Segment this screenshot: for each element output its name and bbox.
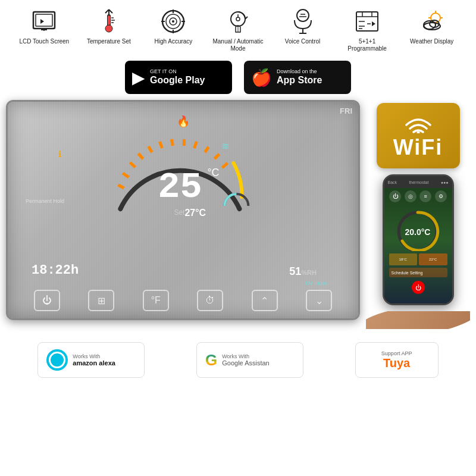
thermostat-device: Permanent Hold FRI 🔥 ℹ <box>6 100 360 320</box>
feature-weather-label: Weather Display <box>410 38 453 45</box>
svg-line-47 <box>118 185 124 188</box>
programmable-icon <box>353 7 381 36</box>
feature-programmable: 5+1+1 Programmable <box>340 7 394 52</box>
svg-text:20.0°C: 20.0°C <box>405 227 431 237</box>
google-play-name: Google Play <box>150 74 205 86</box>
down-button[interactable]: ⌄ <box>306 290 332 311</box>
phone-title: thermostat <box>409 180 428 184</box>
feature-high-accuracy: High Accuracy <box>146 7 200 45</box>
phone-icons-row: ⏻ ◎ ≡ ⚙ <box>384 188 452 205</box>
alexa-ring <box>49 352 65 368</box>
svg-point-64 <box>416 131 419 134</box>
app-store-row: ▶ GET IT ON Google Play 🍎 Download on th… <box>0 57 476 100</box>
svg-line-57 <box>214 154 219 159</box>
humidity-value: 51 <box>289 265 301 277</box>
fahrenheit-button[interactable]: °F <box>143 290 169 311</box>
alexa-text: Works With amazon alexa <box>73 353 115 367</box>
app-store-name: App Store <box>277 74 322 86</box>
wifi-label: WiFi <box>393 137 443 158</box>
google-play-text: GET IT ON Google Play <box>150 69 205 86</box>
feature-accuracy-label: High Accuracy <box>154 38 192 45</box>
svg-line-50 <box>138 154 143 159</box>
thermostat-buttons: ⏻ ⊞ °F ⏱ ⌃ ⌄ <box>20 290 346 311</box>
svg-rect-1 <box>36 14 52 26</box>
app-store-download-on: Download on the <box>277 69 322 74</box>
humidity-display: 51%RH <box>289 265 317 278</box>
uv-index-label: UV index <box>305 280 327 286</box>
phone-power-button[interactable]: ⏻ <box>384 281 452 294</box>
power-button[interactable]: ⏻ <box>34 290 60 311</box>
info-icon: ℹ <box>58 149 61 159</box>
alexa-badge: Works With amazon alexa <box>37 342 145 378</box>
google-text: Works With Google Assistan <box>222 353 270 367</box>
manual-auto-icon <box>224 7 252 36</box>
svg-point-16 <box>172 20 174 23</box>
feature-lcd-label: LCD Touch Screen <box>19 38 69 45</box>
phone-icon-4: ⚙ <box>435 190 447 202</box>
feature-temp-label: Temperature Set <box>87 38 131 45</box>
feature-manual-label: Manual / Automatic Mode <box>211 38 265 52</box>
tuya-support-app: Support APP <box>381 350 412 356</box>
temperature-set-icon <box>95 7 123 36</box>
svg-text:°C: °C <box>207 167 219 178</box>
svg-text:≋: ≋ <box>221 141 229 151</box>
schedule-button[interactable]: ⊞ <box>88 290 114 311</box>
phone-top-bar: Back thermostat ●●● <box>384 176 452 188</box>
feature-prog-label: 5+1+1 Programmable <box>340 38 394 52</box>
weather-display-icon <box>418 7 446 36</box>
google-works-with: Works With <box>222 353 270 359</box>
google-play-badge[interactable]: ▶ GET IT ON Google Play <box>125 61 232 94</box>
feature-voice-control: Voice Control <box>276 7 330 45</box>
phone-mockup: Back thermostat ●●● ⏻ ◎ ≡ ⚙ 20.0°C <box>383 174 454 305</box>
app-store-badge[interactable]: 🍎 Download on the App Store <box>244 61 351 94</box>
phone-icon-2: ◎ <box>405 190 416 202</box>
feature-temperature-set: Temperature Set <box>82 7 136 45</box>
svg-line-48 <box>123 173 129 177</box>
svg-line-56 <box>205 147 208 152</box>
feature-voice-label: Voice Control <box>285 38 320 45</box>
main-area: Permanent Hold FRI 🔥 ℹ <box>0 100 476 332</box>
phone-icon-1: ⏻ <box>389 190 401 202</box>
hand-area <box>366 311 470 329</box>
high-accuracy-icon <box>159 7 187 36</box>
timer-button[interactable]: ⏱ <box>197 290 223 311</box>
feature-weather-display: Weather Display <box>405 7 459 45</box>
phone-back-label: Back <box>388 180 397 184</box>
feature-lcd-touch-screen: LCD Touch Screen <box>17 7 71 45</box>
tuya-badge: Support APP Tuya <box>355 342 439 378</box>
lcd-touch-screen-icon <box>30 7 58 36</box>
permanent-hold-label: Permanent Hold <box>26 198 64 204</box>
phone-icon-3: ≡ <box>419 190 431 202</box>
svg-line-55 <box>194 142 196 148</box>
wifi-signal-icon <box>403 113 433 136</box>
phone-schedule-area: 18°C 22°C Schedule Setting <box>384 252 452 278</box>
apple-icon: 🍎 <box>251 68 272 87</box>
phone-screen: Back thermostat ●●● ⏻ ◎ ≡ ⚙ 20.0°C <box>384 176 452 303</box>
svg-line-49 <box>130 162 135 167</box>
svg-text:25: 25 <box>158 166 202 208</box>
svg-line-51 <box>148 146 152 152</box>
bottom-row: Works With amazon alexa G Works With Goo… <box>0 335 476 385</box>
svg-point-8 <box>105 25 112 32</box>
app-store-text: Download on the App Store <box>277 69 322 86</box>
svg-point-26 <box>297 10 309 21</box>
voice-control-icon <box>289 7 317 36</box>
google-brand: Google Assistan <box>222 359 270 367</box>
svg-text:27°C: 27°C <box>184 208 206 218</box>
time-display: 18:22h <box>32 263 79 278</box>
phone-temp-bars: 18°C 22°C <box>389 253 447 265</box>
svg-text:Set: Set <box>174 208 185 217</box>
svg-point-23 <box>236 17 240 21</box>
svg-line-58 <box>222 163 227 168</box>
alexa-icon <box>46 349 68 371</box>
alexa-works-with: Works With <box>73 353 115 359</box>
alexa-brand: amazon alexa <box>73 359 115 367</box>
right-side: WiFi Back thermostat ●●● ⏻ ◎ ≡ ⚙ <box>366 100 470 332</box>
features-row: LCD Touch Screen Temperature Set <box>0 0 476 57</box>
tuya-brand: Tuya <box>383 356 410 370</box>
hand-shape <box>366 311 470 329</box>
wifi-badge: WiFi <box>377 103 460 168</box>
svg-line-53 <box>171 139 173 146</box>
svg-rect-9 <box>108 15 110 25</box>
up-button[interactable]: ⌃ <box>252 290 278 311</box>
